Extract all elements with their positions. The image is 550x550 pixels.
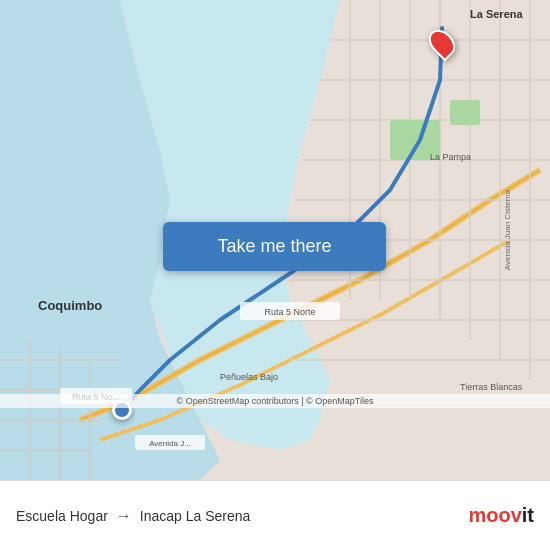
svg-text:La Serena: La Serena xyxy=(470,8,523,20)
logo-dark-part: it xyxy=(522,504,534,526)
origin-label: Escuela Hogar xyxy=(16,508,108,524)
svg-text:Ruta 5 Norte: Ruta 5 Norte xyxy=(264,307,315,317)
footer-route: Escuela Hogar → Inacap La Serena xyxy=(16,507,468,525)
map-attribution: © OpenStreetMap contributors | © OpenMap… xyxy=(0,394,550,408)
logo-text: moovit xyxy=(468,504,534,527)
svg-text:Tierras Blancas: Tierras Blancas xyxy=(460,382,523,392)
svg-text:Avenida J...: Avenida J... xyxy=(149,439,191,448)
route-arrow: → xyxy=(116,507,132,525)
destination-marker xyxy=(431,28,453,58)
map-container: Ruta 5 Norte Ruta 5 No... Avenida J... A… xyxy=(0,0,550,480)
svg-text:Coquimbo: Coquimbo xyxy=(38,298,102,313)
footer-bar: Escuela Hogar → Inacap La Serena moovit xyxy=(0,480,550,550)
logo-red-part: moov xyxy=(468,504,521,526)
svg-rect-26 xyxy=(450,100,480,125)
svg-text:La Pampa: La Pampa xyxy=(430,152,471,162)
moovit-logo: moovit xyxy=(468,504,534,527)
destination-label: Inacap La Serena xyxy=(140,508,251,524)
svg-text:Peñuelas Bajo: Peñuelas Bajo xyxy=(220,372,278,382)
take-me-there-button[interactable]: Take me there xyxy=(163,222,386,271)
svg-text:Avenida Juan Cisterna: Avenida Juan Cisterna xyxy=(503,189,512,270)
